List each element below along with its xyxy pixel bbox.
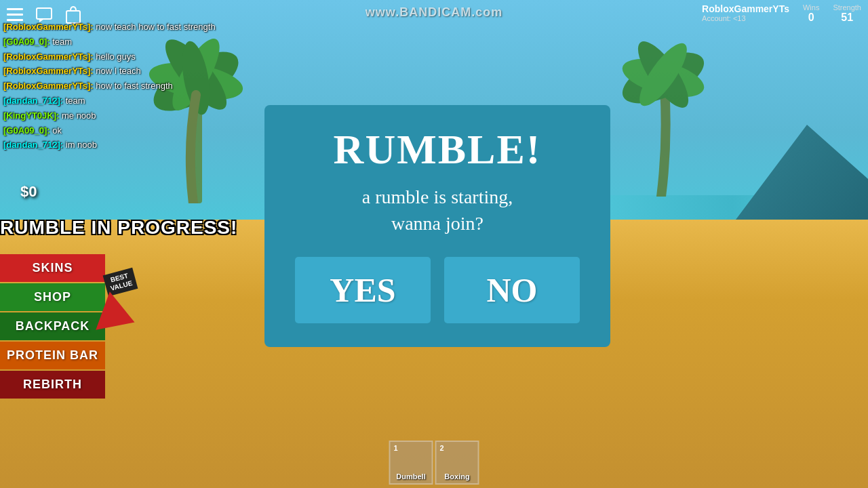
username-block: RobloxGammerYTs Account: <13 [702, 3, 789, 22]
chat-message: [G0A09_0]: ok [3, 124, 261, 138]
account-label: Account: <13 [702, 14, 789, 22]
menu-btn-skins[interactable]: SKINS [0, 254, 105, 282]
wins-value: 0 [803, 12, 819, 24]
wins-block: Wins 0 [803, 3, 819, 24]
slot-label: Boxing [444, 472, 469, 481]
chat-message: [RobloxGammerYTs]: now teach how to fast… [3, 20, 261, 35]
money-display: $0 [20, 183, 37, 201]
svg-rect-13 [37, 8, 52, 19]
username-label: RobloxGammerYTs [702, 3, 789, 14]
badge-label: BESTVALUE [103, 268, 138, 297]
svg-rect-11 [7, 14, 23, 16]
slot-number: 1 [394, 444, 398, 452]
modal-title: RUMBLE! [285, 125, 590, 174]
chat-message: [KingYT0JK]: me noob [3, 109, 261, 123]
chat-panel: [RobloxGammerYTs]: now teach how to fast… [3, 20, 261, 153]
menu-btn-rebirth[interactable]: REBIRTH [0, 371, 105, 399]
chat-message: [RobloxGammerYTs]: hello guys [3, 50, 261, 64]
menu-btn-shop[interactable]: SHOP [0, 283, 105, 311]
hotbar-slot-2[interactable]: 2Boxing [435, 441, 479, 485]
bandicam-watermark: www.BANDICAM.com [366, 5, 502, 20]
chat-message: [RobloxGammerYTs]: how to fast strength [3, 79, 261, 94]
chat-message: [G0A09_0]: team [3, 35, 261, 49]
chat-message: [dandan_712]: team [3, 94, 261, 108]
menu-btn-backpack[interactable]: BACKPACK [0, 312, 105, 340]
strength-block: Strength 51 [833, 3, 861, 24]
chat-message: [dandan_712]: im noob [3, 138, 261, 152]
no-button[interactable]: NO [444, 257, 580, 323]
yes-button[interactable]: YES [295, 257, 431, 323]
hotbar: 1Dumbell2Boxing [389, 441, 479, 485]
strength-label: Strength [833, 3, 861, 12]
rumble-modal: RUMBLE! a rumble is starting,wanna join?… [264, 105, 610, 347]
slot-label: Dumbell [396, 472, 425, 481]
modal-buttons: YES NO [285, 257, 590, 323]
best-value-badge: BESTVALUE [105, 271, 136, 337]
left-menu: SKINSSHOPBACKPACKPROTEIN BARREBIRTH [0, 254, 105, 399]
chat-message: [RobloxGammerYTs]: now I teach [3, 64, 261, 79]
wins-label: Wins [803, 3, 819, 12]
user-info-panel: RobloxGammerYTs Account: <13 Wins 0 Stre… [702, 3, 861, 24]
modal-subtitle: a rumble is starting,wanna join? [285, 184, 590, 237]
rumble-in-progress-text: RUMBLE IN PROGRESS! [0, 217, 237, 239]
strength-value: 51 [833, 12, 861, 24]
palm-tree-right [610, 20, 719, 197]
hotbar-slot-1[interactable]: 1Dumbell [389, 441, 433, 485]
slot-number: 2 [440, 444, 444, 452]
svg-rect-10 [7, 8, 23, 10]
menu-btn-protein-bar[interactable]: PROTEIN BAR [0, 342, 105, 369]
